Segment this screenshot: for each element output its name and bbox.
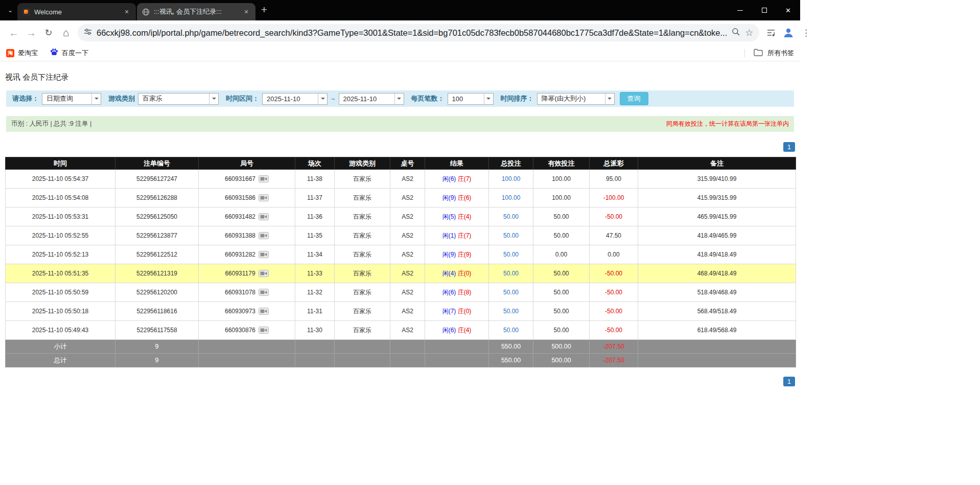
video-replay-icon[interactable] [259, 251, 269, 258]
round-number: 660930876 [225, 327, 255, 334]
search-button[interactable]: 查询 [620, 92, 648, 105]
result-banker: 庄(8) [458, 289, 472, 296]
browser-menu-button[interactable]: ⋮ [797, 24, 814, 41]
cell-valid-bet: 50.00 [533, 321, 590, 340]
bet-table-body: 2025-11-10 05:54:37522956127247660931667… [6, 170, 796, 367]
video-replay-icon[interactable] [259, 194, 269, 201]
tab-search-chevron-icon[interactable]: ⌄ [3, 0, 17, 20]
total-row: 总计9550.00500.00-207.50 [6, 354, 796, 367]
column-header: 局号 [199, 157, 295, 170]
back-button[interactable]: ← [5, 24, 22, 41]
cell-valid-bet: 50.00 [533, 207, 590, 226]
cell-table-no: AS2 [390, 321, 425, 340]
footer-cell [425, 354, 489, 367]
total-bet-link[interactable]: 100.00 [502, 194, 521, 201]
cell-time: 2025-11-10 05:50:18 [6, 302, 115, 321]
total-bet-link[interactable]: 50.00 [503, 213, 519, 220]
column-header: 结果 [425, 157, 489, 170]
total-bet-link[interactable]: 50.00 [503, 232, 519, 239]
total-bet-link[interactable]: 50.00 [503, 270, 519, 277]
footer-payout: -207.50 [590, 354, 638, 367]
date-to-select[interactable]: 2025-11-10 [339, 93, 404, 105]
chevron-down-icon [484, 94, 493, 104]
game-type-select[interactable]: 百家乐 [138, 93, 219, 105]
bookmark-star-icon[interactable]: ☆ [745, 27, 753, 38]
total-bet-link[interactable]: 50.00 [503, 251, 519, 258]
query-mode-select[interactable]: 日期查询 [42, 93, 101, 105]
cell-valid-bet: 50.00 [533, 264, 590, 283]
home-icon: ⌂ [63, 27, 69, 39]
result-banker: 庄(6) [458, 194, 472, 201]
tab-close-icon[interactable]: × [242, 7, 251, 16]
maximize-button[interactable] [752, 0, 776, 20]
video-replay-icon[interactable] [259, 327, 269, 334]
new-tab-button[interactable]: + [256, 3, 272, 18]
all-bookmarks[interactable]: 所有书签 [744, 49, 794, 58]
bet-table-row: 2025-11-10 05:54:08522956126288660931586… [6, 189, 796, 207]
browser-tab-welcome[interactable]: Welcome × [17, 3, 136, 20]
cell-table-no: AS2 [390, 264, 425, 283]
cell-round-id: 660931586 [199, 189, 295, 207]
column-header: 游戏类别 [335, 157, 390, 170]
cell-bet-id: 522956122512 [115, 245, 199, 264]
chevron-down-icon [605, 94, 614, 104]
chevron-down-icon [91, 94, 101, 104]
bookmark-baidu[interactable]: 百度一下 [50, 48, 88, 58]
media-controls-button[interactable] [762, 24, 780, 41]
date-from-select[interactable]: 2025-11-10 [262, 93, 328, 105]
cell-round-id: 660931282 [199, 245, 295, 264]
video-replay-icon[interactable] [259, 175, 269, 182]
bet-table-row: 2025-11-10 05:49:43522956117558660930876… [6, 321, 796, 340]
sort-select[interactable]: 降幂(由大到小) [537, 93, 615, 105]
profile-avatar[interactable] [780, 24, 797, 41]
cell-note: 518.49/468.49 [638, 283, 796, 302]
cell-total-bet: 50.00 [489, 226, 533, 245]
close-window-button[interactable]: ✕ [776, 0, 800, 20]
result-banker: 庄(7) [458, 232, 472, 239]
footer-cell: 总计 [6, 354, 115, 367]
cell-total-bet: 50.00 [489, 264, 533, 283]
cell-session: 11-31 [295, 302, 335, 321]
footer-payout: -207.50 [590, 340, 638, 354]
zoom-icon[interactable] [732, 28, 740, 38]
video-replay-icon[interactable] [259, 270, 269, 277]
forward-button[interactable]: → [22, 24, 40, 41]
minimize-button[interactable] [728, 0, 752, 20]
video-replay-icon[interactable] [259, 308, 269, 315]
cell-payout: 95.00 [590, 170, 638, 189]
round-number: 660931179 [225, 270, 255, 277]
pagination-page-1[interactable]: 1 [783, 142, 795, 152]
refresh-button[interactable]: ↻ [40, 24, 57, 41]
total-bet-link[interactable]: 50.00 [503, 327, 519, 334]
cell-note: 418.49/465.99 [638, 226, 796, 245]
browser-tab-betrecord[interactable]: :::视讯, 会员下注纪录::: × [137, 3, 255, 20]
pagination-page-1[interactable]: 1 [783, 377, 795, 386]
cell-time: 2025-11-10 05:49:43 [6, 321, 115, 340]
folder-icon [754, 49, 763, 58]
total-bet-link[interactable]: 100.00 [502, 175, 521, 182]
cell-table-no: AS2 [390, 189, 425, 207]
footer-cell: 9 [115, 340, 199, 354]
kebab-menu-icon: ⋮ [802, 28, 810, 38]
bookmark-aitaobao[interactable]: 淘 爱淘宝 [6, 49, 38, 58]
cell-time: 2025-11-10 05:54:08 [6, 189, 115, 207]
total-bet-link[interactable]: 50.00 [503, 308, 519, 315]
tab-close-icon[interactable]: × [122, 7, 131, 16]
cell-bet-id: 522956117558 [115, 321, 199, 340]
per-page-select[interactable]: 100 [448, 93, 494, 105]
home-button[interactable]: ⌂ [57, 24, 75, 41]
cell-note: 465.99/415.99 [638, 207, 796, 226]
cell-round-id: 660931667 [199, 170, 295, 189]
video-replay-icon[interactable] [259, 213, 269, 220]
site-settings-icon[interactable] [84, 28, 92, 38]
game-type-label: 游戏类别 [108, 94, 135, 103]
address-bar[interactable]: 66cxkj98.com/ipl/portal.php/game/betreco… [78, 24, 759, 41]
cell-round-id: 660931388 [199, 226, 295, 245]
video-replay-icon[interactable] [259, 232, 269, 239]
total-bet-link[interactable]: 50.00 [503, 289, 519, 296]
url-text[interactable]: 66cxkj98.com/ipl/portal.php/game/betreco… [97, 28, 727, 38]
video-replay-icon[interactable] [259, 289, 269, 296]
footer-cell [390, 354, 425, 367]
pagination-bottom: 1 [5, 377, 795, 407]
footer-cell [638, 340, 796, 354]
